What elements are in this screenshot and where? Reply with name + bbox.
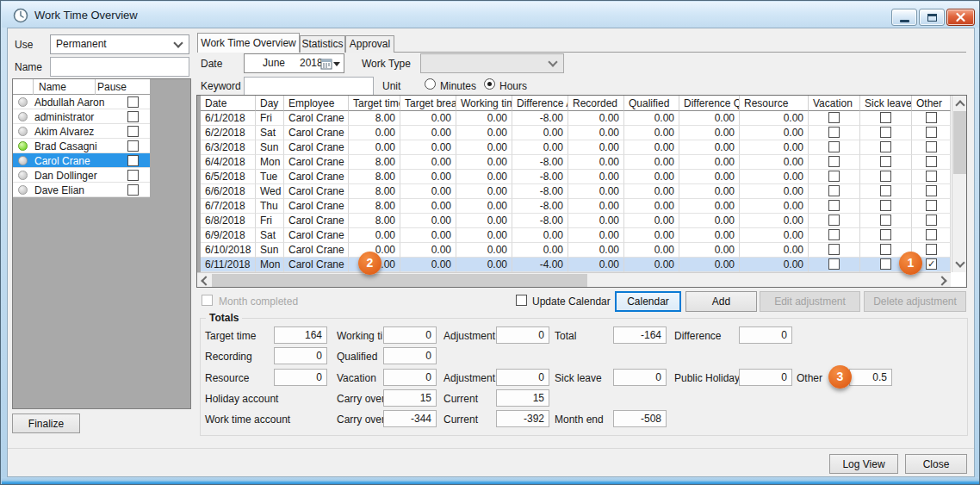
other-checkbox[interactable] [926, 229, 937, 240]
pause-column-header[interactable]: Pause [97, 81, 127, 93]
sick-leave-checkbox[interactable] [880, 229, 891, 240]
other-checkbox[interactable] [926, 112, 937, 123]
name-filter-input[interactable] [50, 57, 189, 77]
sick-leave-checkbox[interactable] [880, 185, 891, 196]
column-header-vacation[interactable]: Vacation [809, 96, 860, 111]
pause-checkbox[interactable] [127, 184, 139, 196]
finalize-button[interactable]: Finalize [12, 413, 80, 433]
vacation-checkbox[interactable] [828, 141, 840, 152]
total-total-field: -164 [613, 326, 667, 344]
vacation-checkbox[interactable] [828, 127, 840, 138]
other-checkbox[interactable] [926, 127, 937, 138]
column-header-other[interactable]: Other [912, 96, 951, 111]
pause-checkbox[interactable] [127, 140, 139, 152]
employee-row[interactable]: Dan Dollinger [13, 168, 150, 183]
other-checkbox[interactable] [926, 141, 937, 152]
employee-list-header[interactable]: Name Pause [13, 79, 150, 95]
sick-leave-checkbox[interactable] [880, 215, 891, 226]
pause-checkbox[interactable] [127, 111, 139, 122]
date-dropdown-arrow-icon[interactable] [333, 62, 340, 66]
column-header-difference-a[interactable]: Difference A [512, 96, 568, 111]
table-cell: -8.00 [512, 199, 568, 214]
other-checkbox[interactable] [926, 200, 937, 211]
column-header-target-break[interactable]: Target break [400, 96, 456, 111]
sick-leave-checkbox[interactable] [880, 141, 891, 152]
employee-row[interactable]: Dave Elian [13, 183, 150, 197]
title-bar[interactable]: Work Time Overview [2, 2, 980, 28]
other-checkbox[interactable] [926, 215, 937, 226]
sick-leave-checkbox[interactable] [880, 244, 891, 255]
pause-checkbox[interactable] [127, 170, 139, 181]
other-checkbox[interactable] [926, 185, 937, 196]
tab-work-time-overview[interactable]: Work Time Overview [197, 33, 300, 53]
log-view-button[interactable]: Log View [829, 454, 898, 474]
update-calendar-label: Update Calendar [532, 295, 611, 308]
vacation-checkbox[interactable] [828, 200, 840, 211]
tab-statistics[interactable]: Statistics [300, 35, 345, 53]
tab-approval[interactable]: Approval [345, 35, 394, 53]
column-header-sick-leave[interactable]: Sick leave [860, 96, 912, 111]
vacation-checkbox[interactable] [828, 229, 840, 240]
vertical-scrollbar[interactable] [952, 96, 966, 272]
other-total-label: Other [797, 372, 822, 384]
vacation-checkbox[interactable] [828, 171, 840, 182]
other-checkbox[interactable] [926, 171, 937, 182]
employee-row[interactable]: Akim Alvarez [13, 124, 150, 139]
column-header-target-time[interactable]: Target time [349, 96, 400, 111]
sick-leave-checkbox[interactable] [880, 127, 891, 138]
vertical-scroll-thumb[interactable] [953, 111, 966, 174]
sick-leave-checkbox[interactable] [880, 156, 891, 167]
column-header-difference-q[interactable]: Difference Q [679, 96, 740, 111]
scroll-up-icon[interactable] [955, 100, 964, 109]
vacation-checkbox[interactable] [828, 215, 840, 226]
use-combobox[interactable]: Permanent [50, 34, 189, 54]
column-header-date[interactable]: Date [201, 96, 256, 111]
name-column-header[interactable]: Name [39, 81, 66, 93]
vacation-checkbox[interactable] [828, 112, 840, 123]
unit-radio-hours[interactable] [484, 78, 495, 90]
column-header-day[interactable]: Day [256, 96, 284, 111]
pause-checkbox[interactable] [127, 96, 139, 108]
minimize-button[interactable] [891, 9, 917, 26]
horizontal-scroll-thumb[interactable] [212, 274, 587, 287]
employee-row[interactable]: administrator [13, 109, 150, 124]
calendar-button[interactable]: Calendar [615, 291, 681, 312]
table-cell: 0.00 [568, 155, 624, 170]
other-checkbox[interactable]: ✓ [926, 258, 937, 270]
sick-leave-checkbox[interactable] [880, 112, 891, 123]
scroll-down-icon[interactable] [955, 258, 964, 267]
vacation-checkbox[interactable] [828, 156, 840, 167]
close-button[interactable]: Close [905, 454, 967, 474]
update-calendar-checkbox[interactable] [516, 295, 527, 306]
vacation-checkbox[interactable] [828, 244, 840, 255]
sick-leave-checkbox[interactable] [880, 171, 891, 182]
employee-name: Brad Casagni [34, 140, 97, 152]
column-header-qualified[interactable]: Qualified [624, 96, 679, 111]
column-header-working-time[interactable]: Working time [456, 96, 512, 111]
employee-row[interactable]: Carol Crane [13, 153, 150, 168]
other-checkbox[interactable] [926, 156, 937, 167]
vacation-checkbox[interactable] [828, 258, 840, 270]
column-header-recorded[interactable]: Recorded [568, 96, 624, 111]
unit-radio-minutes[interactable] [425, 78, 436, 90]
pause-checkbox[interactable] [127, 155, 139, 166]
vacation-checkbox[interactable] [828, 185, 840, 196]
employee-row[interactable]: Abdullah Aaron [13, 95, 150, 109]
sick-leave-checkbox[interactable] [880, 258, 891, 270]
employee-row[interactable]: Brad Casagni [13, 139, 150, 153]
scroll-left-icon[interactable] [201, 276, 210, 285]
scroll-right-icon[interactable] [937, 276, 946, 285]
sick-leave-checkbox[interactable] [880, 200, 891, 211]
column-header-employee[interactable]: Employee [284, 96, 349, 111]
close-window-button[interactable] [946, 9, 975, 26]
add-button[interactable]: Add [685, 291, 757, 312]
column-header-resource[interactable]: Resource [740, 96, 809, 111]
pause-checkbox[interactable] [127, 126, 139, 137]
horizontal-scrollbar[interactable] [197, 272, 951, 287]
keyword-input[interactable] [244, 77, 374, 96]
other-checkbox[interactable] [926, 244, 937, 255]
maximize-button[interactable] [919, 9, 945, 26]
date-year-value[interactable]: 2018 [300, 57, 323, 69]
date-month-value[interactable]: June [263, 57, 285, 69]
date-picker[interactable]: June 2018 [244, 53, 344, 73]
